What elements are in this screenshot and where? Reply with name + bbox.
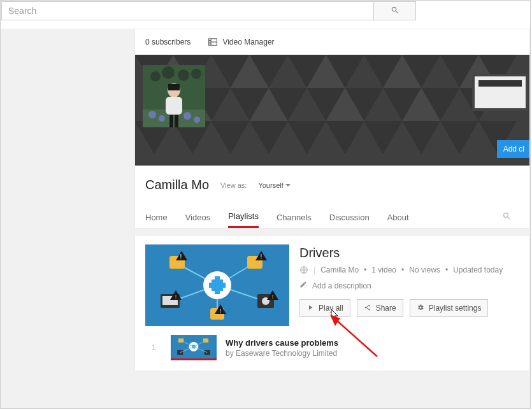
channel-tabs: Home Videos Playlists Channels Discussio… (145, 206, 519, 228)
playlist-video-count: 1 video (371, 265, 396, 274)
search-box (1, 1, 416, 20)
search-input[interactable] (2, 2, 373, 20)
svg-point-49 (178, 69, 189, 81)
search-button[interactable] (373, 2, 415, 20)
gear-icon (417, 304, 424, 313)
globe-icon (299, 265, 308, 274)
laptop-illustration (472, 74, 529, 113)
video-thumbnail[interactable] (171, 335, 217, 360)
dot: • (364, 265, 366, 274)
playlist-thumbnail[interactable]: ! ! ! ! ! (145, 244, 289, 326)
share-button[interactable]: Share (357, 299, 403, 317)
svg-rect-56 (168, 84, 180, 90)
svg-rect-63 (209, 283, 214, 288)
play-all-label: Play all (319, 304, 343, 313)
svg-rect-65 (215, 276, 220, 281)
svg-rect-58 (169, 115, 173, 127)
playlist-views: No views (409, 265, 440, 274)
svg-rect-5 (212, 43, 217, 45)
svg-rect-59 (175, 115, 178, 127)
video-index: 1 (145, 343, 162, 352)
svg-point-52 (159, 115, 165, 122)
svg-rect-57 (166, 97, 182, 115)
add-channel-art-button[interactable]: Add cl (497, 140, 529, 158)
svg-rect-94 (203, 339, 208, 343)
video-manager-link[interactable]: Video Manager (208, 38, 274, 46)
add-description-label: Add a description (312, 281, 371, 290)
svg-point-53 (183, 112, 191, 120)
video-byline: by Easeware Technology Limited (226, 349, 338, 358)
svg-point-54 (194, 117, 200, 123)
tab-discussion[interactable]: Discussion (329, 208, 370, 227)
chevron-down-icon (285, 184, 291, 187)
playlist-card: ! ! ! ! ! Drivers | (134, 235, 530, 371)
channel-banner[interactable]: Add cl (135, 55, 529, 166)
view-as-label: View as: (220, 181, 247, 189)
share-label: Share (376, 304, 396, 313)
channel-name: Camilla Mo (145, 178, 209, 192)
playlist-settings-button[interactable]: Playlist settings (410, 299, 489, 317)
svg-rect-4 (212, 39, 217, 41)
svg-rect-2 (210, 41, 211, 43)
play-icon (306, 304, 314, 313)
channel-avatar[interactable] (143, 65, 205, 127)
left-sidebar (1, 29, 134, 408)
playlist-title: Drivers (299, 246, 519, 260)
pencil-icon (299, 281, 307, 290)
svg-rect-3 (210, 43, 211, 45)
svg-rect-64 (220, 283, 226, 288)
add-description[interactable]: Add a description (299, 281, 519, 290)
video-title[interactable]: Why drivers cause problems (226, 338, 338, 348)
tab-videos[interactable]: Videos (185, 208, 211, 227)
svg-point-48 (162, 66, 175, 79)
tab-playlists[interactable]: Playlists (228, 206, 259, 228)
playlist-updated: Updated today (453, 265, 503, 274)
play-all-button[interactable]: Play all (299, 299, 350, 317)
svg-rect-1 (210, 39, 211, 40)
settings-label: Playlist settings (429, 304, 482, 313)
svg-rect-93 (178, 339, 183, 343)
dot: • (401, 265, 404, 274)
subscriber-count: 0 subscribers (145, 38, 191, 46)
tab-search-icon[interactable] (502, 211, 512, 223)
svg-point-50 (191, 69, 201, 79)
svg-text:!: ! (175, 293, 177, 300)
svg-text:!: ! (180, 253, 182, 260)
tab-channels[interactable]: Channels (277, 208, 312, 227)
share-icon (364, 304, 371, 313)
film-icon (208, 38, 217, 46)
tab-about[interactable]: About (387, 208, 409, 227)
tab-home[interactable]: Home (145, 208, 168, 227)
separator: | (313, 265, 315, 274)
view-as-value: Yourself (258, 181, 283, 189)
search-icon (391, 6, 399, 17)
svg-point-51 (148, 111, 156, 118)
view-as-dropdown[interactable]: Yourself (258, 181, 290, 189)
playlist-owner[interactable]: Camilla Mo (320, 265, 359, 274)
dot: • (445, 265, 448, 274)
svg-text:!: ! (272, 293, 274, 300)
svg-rect-66 (215, 289, 220, 294)
svg-text:!: ! (261, 253, 262, 260)
svg-point-47 (150, 71, 161, 81)
video-manager-label: Video Manager (222, 38, 274, 46)
svg-text:!: ! (220, 308, 222, 314)
